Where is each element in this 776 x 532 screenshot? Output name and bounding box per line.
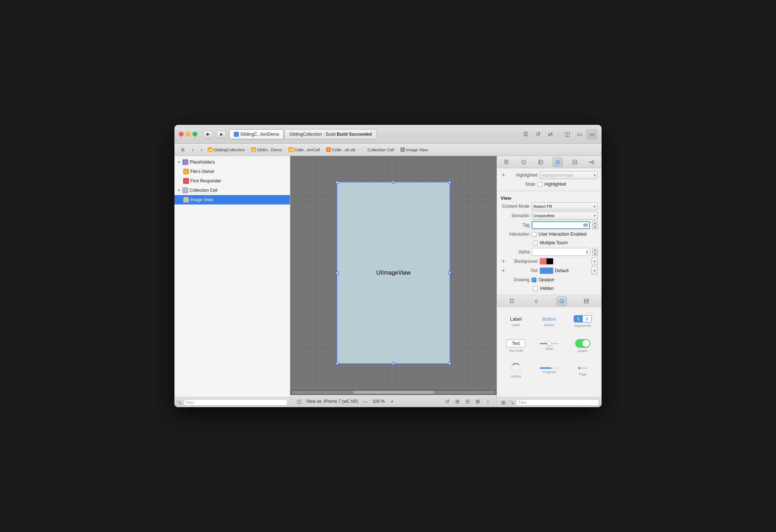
inspector-tab-help[interactable]: ? <box>519 157 529 167</box>
layout-icon[interactable]: ☰ <box>520 130 531 139</box>
tree-imageview[interactable]: Image View <box>174 195 290 204</box>
alpha-stepper[interactable]: ▲ ▼ <box>592 248 598 256</box>
inspector-view-icon[interactable]: ⊞ <box>499 398 508 407</box>
tree-collectioncell[interactable]: ▼ Collection Cell <box>174 186 290 195</box>
content-mode-select[interactable]: Aspect Fill ▼ <box>532 202 598 210</box>
project-tab[interactable]: GlidingC...tionDemo <box>229 129 284 139</box>
handle-bottom-right[interactable] <box>448 362 451 365</box>
handle-top-center[interactable] <box>392 181 395 184</box>
inspector-icon[interactable]: ▭ <box>586 130 597 139</box>
inspector-tab-attributes[interactable] <box>553 157 563 167</box>
zoom-out-icon[interactable]: — <box>361 397 370 406</box>
handle-top-left[interactable] <box>336 181 339 184</box>
handle-bottom-center[interactable] <box>392 362 395 365</box>
opaque-checkbox[interactable]: ✓ <box>532 278 536 282</box>
titlebar: ▶ ■ GlidingC...tionDemo GlidingCollectio… <box>174 125 602 144</box>
resolve-icon[interactable]: ↕ <box>484 397 492 406</box>
handle-mid-left[interactable] <box>336 271 339 274</box>
lib-toggle-knob <box>582 340 590 347</box>
canvas-bg[interactable]: UIImageView <box>290 156 497 390</box>
tag-input[interactable]: 99 <box>532 221 590 229</box>
tree-firstresponder[interactable]: ⬡ First Responder <box>174 176 290 186</box>
state-checkbox[interactable] <box>537 182 542 187</box>
lib-item-spinner[interactable]: Activity <box>500 359 532 382</box>
lib-item-label[interactable]: Label Label <box>500 310 532 333</box>
bc-collection-cell[interactable]: Collection Cell <box>360 147 396 153</box>
back-icon[interactable]: ⇄ <box>545 130 556 139</box>
lib-item-toggle[interactable]: Switch <box>567 334 599 358</box>
navigator-icon[interactable]: ◫ <box>562 130 573 139</box>
highlighted-select[interactable]: Highlighted Image ▼ <box>540 171 598 179</box>
bc-image-view[interactable]: Image View <box>399 147 429 153</box>
background-select[interactable]: ▼ <box>591 257 598 265</box>
lib-item-button[interactable]: Button Button <box>533 310 565 333</box>
tag-stepper-up[interactable]: ▲ <box>592 221 598 225</box>
inspector-tab-file[interactable] <box>502 157 512 167</box>
handle-bottom-left[interactable] <box>336 362 339 365</box>
close-button[interactable] <box>179 132 184 136</box>
grid-icon[interactable]: ⊞ <box>453 397 462 406</box>
add-background-btn[interactable]: + <box>501 258 506 264</box>
debugger-icon[interactable]: ▭ <box>574 130 585 139</box>
bc-collection-cell-folder[interactable]: 📁 Colle...ionCell <box>287 147 321 153</box>
add-highlighted-btn[interactable]: + <box>501 172 506 178</box>
highlighted-placeholder: Highlighted Image <box>541 173 574 177</box>
nav-back-btn[interactable]: ‹ <box>189 146 197 154</box>
handle-top-right[interactable] <box>448 181 451 184</box>
lib-tab-circle[interactable] <box>557 296 567 306</box>
minimize-button[interactable] <box>186 132 190 136</box>
filter-input-right[interactable]: Filter <box>516 399 599 406</box>
tree-placeholders-header[interactable]: ▼ ⬡ Placeholders <box>174 157 290 167</box>
scrollbar-thumb-h[interactable] <box>353 391 434 394</box>
tag-stepper-down[interactable]: ▼ <box>592 225 598 229</box>
align-icon[interactable]: ⊟ <box>463 397 472 406</box>
bc-label-3: Colle...ionCell <box>294 148 320 152</box>
refresh-icon[interactable]: ↺ <box>532 130 543 139</box>
bc-gliding-demo[interactable]: 📁 Glidin...Demo <box>250 147 284 153</box>
tint-select[interactable]: ▼ <box>591 267 598 275</box>
user-interaction-checkbox[interactable] <box>532 232 536 237</box>
lib-item-slider[interactable]: Slider <box>533 334 565 358</box>
lib-item-pagecontrol[interactable]: Page <box>567 359 599 382</box>
maximize-button[interactable] <box>193 132 197 136</box>
zoom-in-icon[interactable]: + <box>388 397 396 406</box>
bc-gliding-collection[interactable]: 📁 GlidingCollection <box>206 147 246 153</box>
refresh-layout-icon[interactable]: ↺ <box>443 397 452 406</box>
add-tint-btn[interactable]: + <box>501 268 506 274</box>
filter-input-left[interactable]: Filter <box>183 399 288 406</box>
row-tag: Tag 99 ▲ ▼ <box>497 220 602 230</box>
canvas-scrollbar-h[interactable] <box>290 390 497 395</box>
run-button[interactable]: ▶ <box>203 130 213 138</box>
multiple-touch-checkbox[interactable] <box>533 241 538 245</box>
lib-tab-table[interactable] <box>581 296 591 306</box>
lib-tab-file[interactable] <box>507 296 517 306</box>
alpha-input[interactable]: 1 <box>532 248 590 256</box>
lib-progress-type: Progress <box>543 370 556 374</box>
build-status-tab[interactable]: GlidingCollection | Build Build Succeede… <box>284 129 376 139</box>
image-view-frame[interactable]: UIImageView <box>337 182 450 364</box>
right-panel: ? + Hig <box>497 156 602 407</box>
hidden-checkbox[interactable] <box>533 286 538 291</box>
inspector-tab-identity[interactable] <box>536 157 546 167</box>
lib-item-textfield[interactable]: Text Text Field <box>500 334 532 358</box>
nav-forward-btn[interactable]: › <box>198 146 206 154</box>
inspector-tab-connections[interactable] <box>587 157 597 167</box>
tag-stepper[interactable]: ▲ ▼ <box>592 221 598 229</box>
semantic-select[interactable]: Unspecified ▼ <box>532 212 598 220</box>
tree-filesowner[interactable]: ⬡ File's Owner <box>174 167 290 176</box>
lib-item-progress[interactable]: Progress <box>533 359 565 382</box>
svg-point-7 <box>539 161 541 162</box>
handle-mid-right[interactable] <box>448 271 451 274</box>
background-color[interactable] <box>540 258 589 265</box>
lib-tab-code[interactable]: {} <box>532 296 542 306</box>
bc-xib-file[interactable]: X Colle...ell.xib <box>325 147 357 153</box>
alpha-stepper-down[interactable]: ▼ <box>592 252 598 256</box>
nav-grid-icon[interactable]: ⊞ <box>177 145 188 155</box>
stop-button[interactable]: ■ <box>216 130 226 138</box>
canvas-layout-icon[interactable]: ◫ <box>295 397 303 406</box>
tint-color[interactable]: Default <box>540 267 589 274</box>
inspector-tab-size[interactable] <box>570 157 580 167</box>
lib-item-segmented[interactable]: 1 2 Segmented <box>567 310 599 333</box>
constraints-icon[interactable]: ⊠ <box>473 397 482 406</box>
alpha-stepper-up[interactable]: ▲ <box>592 248 598 252</box>
